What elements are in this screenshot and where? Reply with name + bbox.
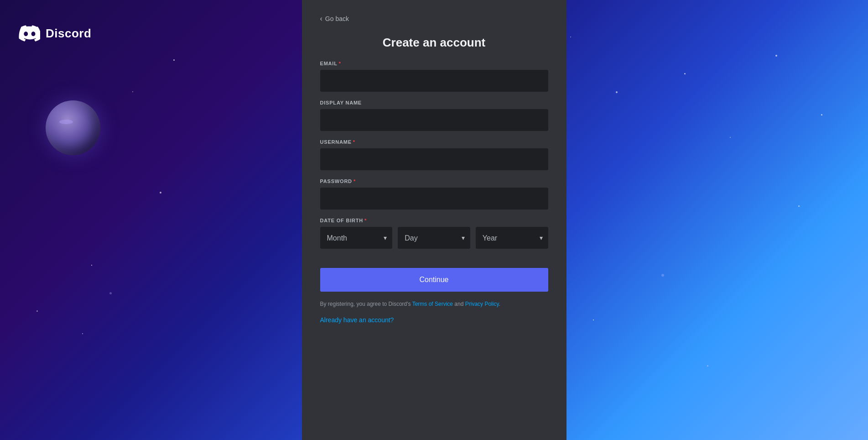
year-select[interactable]: Year for(let y=new Date().getFullYear();…	[476, 227, 548, 249]
display-name-input[interactable]	[320, 109, 548, 131]
year-select-wrapper: Year for(let y=new Date().getFullYear();…	[476, 227, 548, 249]
go-back-link[interactable]: ‹ Go back	[320, 15, 548, 23]
password-label: PASSWORD*	[320, 178, 548, 184]
go-back-label: Go back	[325, 15, 349, 22]
day-select-wrapper: Day for(let i=1;i<=31;i++) document.writ…	[398, 227, 470, 249]
terms-of-service-link[interactable]: Terms of Service	[412, 301, 453, 307]
username-label: USERNAME*	[320, 139, 548, 145]
registration-modal: ‹ Go back Create an account EMAIL* DISPL…	[302, 0, 567, 440]
username-required-star: *	[353, 139, 355, 145]
email-form-group: EMAIL*	[320, 61, 548, 92]
privacy-policy-link[interactable]: Privacy Policy	[465, 301, 499, 307]
modal-title: Create an account	[320, 36, 548, 50]
email-input[interactable]	[320, 70, 548, 92]
dob-label: DATE OF BIRTH*	[320, 218, 548, 223]
terms-text: By registering, you agree to Discord's T…	[320, 300, 548, 308]
email-required-star: *	[339, 61, 341, 66]
password-form-group: PASSWORD*	[320, 178, 548, 210]
chevron-left-icon: ‹	[320, 15, 322, 23]
password-required-star: *	[353, 178, 356, 184]
username-input[interactable]	[320, 148, 548, 170]
display-name-form-group: DISPLAY NAME	[320, 100, 548, 131]
modal-overlay: ‹ Go back Create an account EMAIL* DISPL…	[0, 0, 868, 440]
display-name-label: DISPLAY NAME	[320, 100, 548, 105]
email-label: EMAIL*	[320, 61, 548, 66]
password-input[interactable]	[320, 188, 548, 210]
month-select[interactable]: Month January February March April May J…	[320, 227, 393, 249]
login-link[interactable]: Already have an account?	[320, 316, 548, 324]
dob-form-group: DATE OF BIRTH* Month January February Ma…	[320, 218, 548, 249]
username-form-group: USERNAME*	[320, 139, 548, 170]
dob-required-star: *	[364, 218, 367, 223]
day-select[interactable]: Day for(let i=1;i<=31;i++) document.writ…	[398, 227, 470, 249]
continue-button[interactable]: Continue	[320, 268, 548, 292]
month-select-wrapper: Month January February March April May J…	[320, 227, 393, 249]
dob-row: Month January February March April May J…	[320, 227, 548, 249]
